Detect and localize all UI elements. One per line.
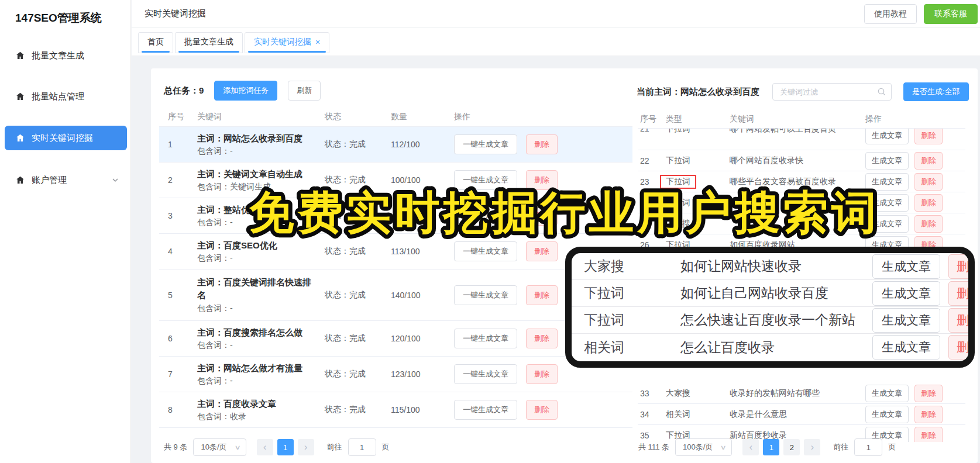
generate-article-button[interactable]: 生成文章	[865, 152, 909, 170]
delete-button[interactable]: 删除	[914, 194, 943, 212]
add-task-button[interactable]: 添加挖词任务	[214, 81, 277, 101]
goto-page-input[interactable]	[348, 438, 376, 456]
generate-article-button[interactable]: 生成文章	[865, 194, 909, 212]
delete-button[interactable]: 删除	[914, 385, 943, 402]
column-header: 数量	[391, 112, 454, 122]
keyword-row: 25 大家搜 生成文章删除	[638, 213, 965, 234]
task-row: 5 主词：百度关键词排名快速排名包含词：- 状态：完成 140/100 一键生成…	[159, 269, 632, 321]
tutorial-button[interactable]: 使用教程	[864, 4, 917, 24]
generate-article-button[interactable]: 生成文章	[872, 335, 940, 360]
tasks-table: 序号 关键词 状态 数量 操作 1 主词：网站怎么收录到百度包含词：- 状态：完…	[159, 107, 632, 428]
generate-filter-button[interactable]: 是否生成:全部	[903, 82, 969, 101]
delete-button[interactable]: 删除	[914, 427, 943, 443]
callout-row: 大家搜 如何让网站快速收录 生成文章 删除	[572, 253, 968, 280]
generate-article-button[interactable]: 一键生成文章	[454, 329, 517, 348]
delete-button[interactable]: 删除	[526, 329, 558, 348]
generate-article-button[interactable]: 生成文章	[865, 406, 909, 423]
chevron-down-icon: ∨	[234, 444, 240, 451]
generate-article-button[interactable]: 生成文章	[865, 173, 909, 191]
sidebar-item-batch-site[interactable]: 批量站点管理	[5, 84, 127, 109]
delete-button[interactable]: 删除	[526, 364, 558, 384]
page-size-select[interactable]: 100条/页 ∨	[675, 438, 732, 456]
total-tasks-label: 总任务：9	[164, 85, 204, 96]
column-header: 状态	[325, 112, 391, 122]
delete-button[interactable]: 删除	[914, 215, 943, 233]
page-button-1[interactable]: 1	[277, 439, 294, 455]
column-header: 类型	[666, 114, 730, 125]
page-size-select[interactable]: 10条/页 ∨	[193, 438, 246, 456]
delete-button[interactable]: 删除	[914, 406, 943, 423]
next-page-button[interactable]: ›	[804, 439, 820, 455]
keyword-filter	[772, 83, 892, 101]
column-header: 序号	[159, 112, 197, 122]
delete-button[interactable]: 删除	[914, 173, 943, 191]
sidebar-item-realtime-keywords[interactable]: 实时关键词挖掘	[5, 126, 127, 150]
delete-button[interactable]: 删除	[914, 152, 943, 170]
pagination-total: 共 9 条	[164, 442, 187, 452]
generate-article-button[interactable]: 生成文章	[865, 385, 909, 402]
generate-article-button[interactable]: 一键生成文章	[454, 400, 517, 420]
generate-article-button[interactable]: 生成文章	[872, 308, 940, 333]
tab-batch-article[interactable]: 批量文章生成	[175, 32, 243, 53]
generate-article-button[interactable]: 一键生成文章	[454, 364, 517, 384]
generate-article-button[interactable]: 生成文章	[865, 129, 909, 144]
home-icon	[15, 92, 25, 101]
page-button-1[interactable]: 1	[763, 439, 779, 455]
page-suffix: 页	[382, 442, 390, 452]
tab-home[interactable]: 首页	[138, 32, 173, 53]
generate-article-button[interactable]: 一键生成文章	[454, 285, 517, 305]
keyword-row: 33 大家搜 收录好的发帖网站有哪些 生成文章删除	[638, 383, 965, 404]
delete-button[interactable]: 删除	[526, 400, 558, 420]
delete-button[interactable]: 删除	[526, 134, 558, 154]
delete-button[interactable]: 删除	[948, 335, 975, 360]
delete-button[interactable]: 删除	[914, 129, 943, 144]
generate-article-button[interactable]: 生成文章	[872, 281, 940, 306]
tab-realtime-keywords[interactable]: 实时关键词挖掘 ×	[245, 32, 329, 53]
home-icon	[15, 175, 25, 185]
zoom-callout-box: 大家搜 如何让网站快速收录 生成文章 删除 下拉词 如何让自己网站收录百度 生成…	[565, 247, 975, 368]
generate-article-button[interactable]: 一键生成文章	[454, 170, 517, 190]
delete-button[interactable]: 删除	[526, 170, 558, 190]
generate-article-button[interactable]: 一键生成文章	[454, 241, 517, 261]
prev-page-button[interactable]: ‹	[257, 439, 273, 455]
task-row: 3 主词：整站优化包含词：- 状态：完成 一键生成文章删除	[159, 198, 632, 234]
delete-button[interactable]: 删除	[526, 241, 558, 261]
tasks-pagination: 共 9 条 10条/页 ∨ ‹ 1 › 前往 页	[164, 438, 390, 456]
delete-button[interactable]: 删除	[526, 206, 558, 226]
sidebar-item-batch-article[interactable]: 批量文章生成	[5, 43, 127, 68]
keyword-row: 34 相关词 收录是什么意思 生成文章删除	[638, 404, 965, 425]
keyword-row: 24 下拉词 生成文章删除	[638, 192, 965, 213]
tab-label: 首页	[147, 37, 164, 47]
column-header: 操作	[454, 112, 632, 122]
type-highlight-box: 下拉词	[660, 175, 696, 189]
page-suffix: 页	[888, 442, 896, 452]
goto-page-input[interactable]	[854, 438, 882, 456]
prev-page-button[interactable]: ‹	[742, 439, 759, 455]
delete-button[interactable]: 删除	[948, 281, 975, 306]
breadcrumb: 实时关键词挖掘	[145, 8, 206, 19]
home-icon	[15, 51, 25, 60]
refresh-button[interactable]: 刷新	[288, 81, 321, 101]
keyword-filter-input[interactable]	[772, 83, 892, 101]
generate-article-button[interactable]: 生成文章	[872, 254, 940, 279]
close-icon[interactable]: ×	[315, 37, 320, 47]
generate-article-button[interactable]: 生成文章	[865, 215, 909, 233]
sidebar-item-account[interactable]: 账户管理	[5, 168, 127, 192]
page-button-2[interactable]: 2	[783, 439, 800, 455]
task-row: 2 主词：关键词文章自动生成包含词：关键词生成 状态：完成 100/100 一键…	[159, 163, 632, 198]
sidebar-item-label: 账户管理	[32, 175, 67, 186]
delete-button[interactable]: 删除	[526, 285, 558, 305]
next-page-button[interactable]: ›	[298, 439, 314, 455]
generate-article-button[interactable]: 一键生成文章	[454, 206, 517, 226]
sidebar: 147SEO管理系统 批量文章生成 批量站点管理 实时关键词挖掘 账户管理	[0, 0, 131, 463]
contact-support-button[interactable]: 联系客服	[924, 4, 978, 24]
goto-label: 前往	[327, 442, 342, 452]
delete-button[interactable]: 删除	[948, 254, 975, 279]
delete-button[interactable]: 删除	[948, 308, 975, 333]
task-row: 4 主词：百度SEO优化包含词：- 状态：完成 113/100 一键生成文章删除	[159, 234, 632, 269]
sidebar-item-label: 实时关键词挖掘	[32, 133, 93, 144]
current-main-keyword: 当前主词：网站怎么收录到百度	[637, 87, 772, 98]
generate-article-button[interactable]: 一键生成文章	[454, 134, 517, 154]
keywords-pagination: 共 111 条 100条/页 ∨ ‹ 1 2 › 前往 页	[638, 438, 896, 456]
task-row: 7 主词：网站怎么做才有流量包含词：- 状态：完成 123/100 一键生成文章…	[159, 357, 632, 392]
